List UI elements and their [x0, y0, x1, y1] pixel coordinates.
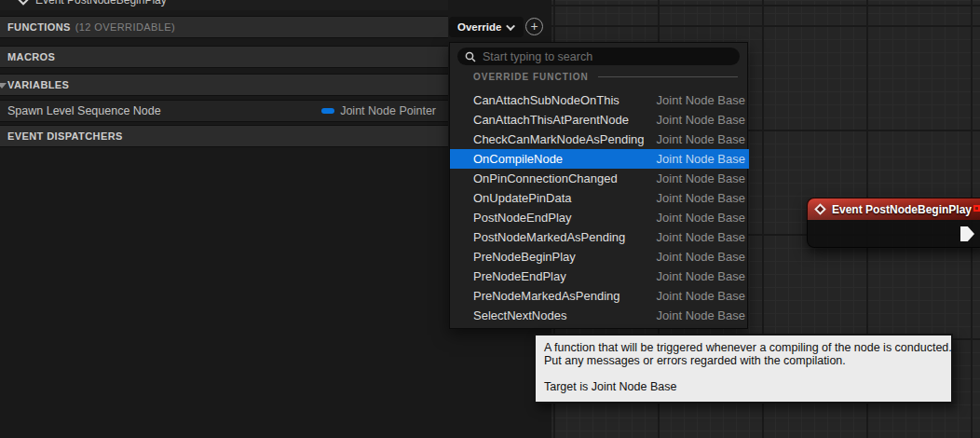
variable-row-spawn-level-sequence-node[interactable]: Spawn Level Sequence Node Joint Node Poi… [0, 100, 448, 122]
override-button-label: Override [457, 21, 501, 33]
override-dropdown-button[interactable]: Override [449, 17, 524, 37]
section-functions[interactable]: FUNCTIONS (12 OVERRIDABLE) [0, 16, 448, 38]
list-item-event-postnodebeginplay[interactable]: Event PostNodeBeginPlay [0, 0, 448, 10]
section-suffix: (12 OVERRIDABLE) [75, 21, 175, 33]
override-function-menu: Start typing to search OVERRIDE FUNCTION… [449, 42, 748, 329]
override-function-item[interactable]: SelectNextNodesJoint Node Base [450, 306, 749, 325]
tooltip-line: A function that will be triggered whenev… [544, 341, 943, 354]
event-diamond-icon [18, 0, 28, 6]
function-name: CanAttachSubNodeOnThis [473, 93, 619, 107]
override-function-item[interactable]: PreNodeMarkedAsPendingJoint Node Base [450, 286, 749, 306]
function-origin: Joint Node Base [657, 113, 745, 127]
override-function-item[interactable]: OnUpdatePinDataJoint Node Base [450, 188, 749, 208]
function-name: OnCompileNode [473, 152, 563, 166]
function-origin: Joint Node Base [657, 308, 745, 322]
header-rule [598, 76, 738, 77]
list-item-label: Event PostNodeBeginPlay [35, 0, 167, 7]
override-function-item[interactable]: PreNodeEndPlayJoint Node Base [450, 267, 749, 286]
function-origin: Joint Node Base [657, 191, 745, 205]
override-function-item[interactable]: OnPinConnectionChangedJoint Node Base [450, 169, 749, 188]
override-function-header-label: OVERRIDE FUNCTION [473, 72, 589, 82]
override-function-item[interactable]: CanAttachThisAtParentNodeJoint Node Base [450, 110, 749, 130]
tooltip-target-line: Target is Joint Node Base [544, 380, 943, 393]
exec-output-pin[interactable] [960, 226, 974, 241]
function-name: PreNodeMarkedAsPending [473, 289, 620, 303]
override-function-item[interactable]: PostNodeMarkedAsPendingJoint Node Base [450, 227, 749, 247]
override-function-item[interactable]: PreNodeBeginPlayJoint Node Base [450, 247, 749, 267]
event-node-title: Event PostNodeBeginPlay [832, 203, 972, 216]
function-origin: Joint Node Base [657, 250, 745, 264]
function-name: SelectNextNodes [473, 308, 566, 322]
function-origin: Joint Node Base [657, 152, 745, 166]
function-name: OnUpdatePinData [473, 191, 572, 205]
add-function-button[interactable]: + [525, 18, 543, 35]
event-diamond-icon [814, 203, 826, 215]
event-node[interactable]: Event PostNodeBeginPlay [807, 198, 980, 248]
node-red-square-icon [973, 205, 980, 212]
tooltip-line: Put any messages or errors regarded with… [544, 354, 943, 367]
override-function-item[interactable]: CheckCanMarkNodeAsPendingJoint Node Base [450, 130, 749, 149]
event-node-body [807, 220, 980, 248]
variable-name: Spawn Level Sequence Node [7, 104, 161, 117]
search-icon [465, 51, 476, 62]
function-name: OnPinConnectionChanged [473, 171, 618, 185]
tooltip-gap [544, 367, 943, 380]
section-variables[interactable]: VARIABLES [0, 74, 448, 96]
override-function-item[interactable]: CanAttachSubNodeOnThisJoint Node Base [450, 90, 749, 110]
function-origin: Joint Node Base [657, 132, 745, 146]
blueprint-editor: Event PostNodeBeginPlay Event PostNodeBe… [0, 0, 980, 438]
function-name: PreNodeBeginPlay [473, 250, 576, 264]
override-function-header: OVERRIDE FUNCTION [473, 72, 738, 82]
function-origin: Joint Node Base [657, 171, 745, 185]
function-origin: Joint Node Base [657, 211, 745, 225]
function-name: PreNodeEndPlay [473, 269, 566, 283]
chevron-down-icon [506, 21, 515, 31]
section-macros[interactable]: MACROS [0, 46, 448, 68]
function-tooltip: A function that will be triggered whenev… [534, 334, 953, 404]
function-origin: Joint Node Base [657, 289, 745, 303]
variable-type: Joint Node Pointer [340, 104, 436, 117]
function-origin: Joint Node Base [657, 93, 745, 107]
override-function-item[interactable]: OnCompileNodeJoint Node Base [450, 149, 749, 169]
section-event-dispatchers[interactable]: EVENT DISPATCHERS [0, 125, 448, 147]
search-placeholder: Start typing to search [483, 50, 592, 63]
function-name: PostNodeMarkedAsPending [473, 230, 625, 244]
override-function-item[interactable]: PostNodeEndPlayJoint Node Base [450, 208, 749, 227]
section-label: FUNCTIONS [7, 21, 71, 33]
section-label: VARIABLES [7, 79, 69, 90]
event-node-header[interactable]: Event PostNodeBeginPlay [807, 198, 980, 220]
override-function-list: CanAttachSubNodeOnThisJoint Node BaseCan… [450, 90, 749, 325]
variable-type-pill-icon [321, 108, 334, 114]
function-name: PostNodeEndPlay [473, 211, 572, 225]
section-label: MACROS [7, 51, 55, 62]
section-label: EVENT DISPATCHERS [7, 130, 123, 142]
function-name: CanAttachThisAtParentNode [473, 113, 629, 127]
function-origin: Joint Node Base [657, 230, 745, 244]
function-name: CheckCanMarkNodeAsPending [473, 132, 645, 146]
function-origin: Joint Node Base [657, 269, 745, 283]
collapse-arrow-icon[interactable] [0, 83, 7, 89]
search-input[interactable]: Start typing to search [457, 48, 740, 65]
